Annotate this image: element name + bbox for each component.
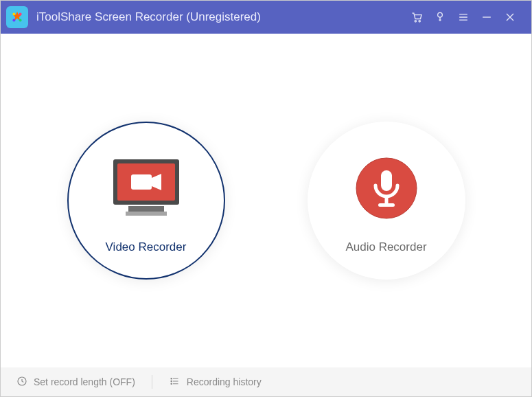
app-title: iToolShare Screen Recorder (Unregistered… <box>36 10 261 24</box>
svg-point-4 <box>415 21 416 22</box>
svg-rect-14 <box>381 170 392 191</box>
close-button[interactable] <box>498 1 522 34</box>
clock-icon <box>16 375 28 389</box>
video-recorder-card[interactable]: Video Recorder <box>67 122 225 280</box>
svg-rect-9 <box>131 174 152 190</box>
main-area: Video Recorder Audio Recorder <box>1 34 531 367</box>
list-icon <box>169 375 181 389</box>
svg-rect-11 <box>126 212 167 216</box>
svg-point-18 <box>171 378 172 379</box>
app-logo <box>6 6 28 28</box>
key-icon[interactable] <box>428 1 452 34</box>
svg-rect-10 <box>128 206 164 212</box>
footer: Set record length (OFF) Recording histor… <box>1 367 531 396</box>
svg-point-6 <box>438 12 443 17</box>
svg-point-3 <box>19 19 22 22</box>
footer-divider <box>152 375 152 389</box>
set-record-length-label: Set record length (OFF) <box>34 376 135 387</box>
minimize-button[interactable] <box>475 1 498 34</box>
cart-icon[interactable] <box>405 1 428 34</box>
recording-history-button[interactable]: Recording history <box>165 375 266 389</box>
svg-point-1 <box>19 12 22 15</box>
menu-icon[interactable] <box>452 1 475 34</box>
video-recorder-icon <box>105 154 187 223</box>
audio-recorder-card[interactable]: Audio Recorder <box>308 122 465 280</box>
video-recorder-label: Video Recorder <box>106 240 187 254</box>
svg-point-19 <box>171 381 172 382</box>
audio-recorder-icon <box>352 154 421 223</box>
svg-rect-16 <box>378 203 395 207</box>
svg-point-0 <box>12 12 15 15</box>
svg-point-5 <box>419 21 420 22</box>
recording-history-label: Recording history <box>187 376 262 387</box>
svg-point-20 <box>171 383 172 385</box>
set-record-length-button[interactable]: Set record length (OFF) <box>12 375 139 389</box>
titlebar: iToolShare Screen Recorder (Unregistered… <box>1 1 531 34</box>
svg-point-2 <box>12 19 15 22</box>
audio-recorder-label: Audio Recorder <box>345 240 426 254</box>
